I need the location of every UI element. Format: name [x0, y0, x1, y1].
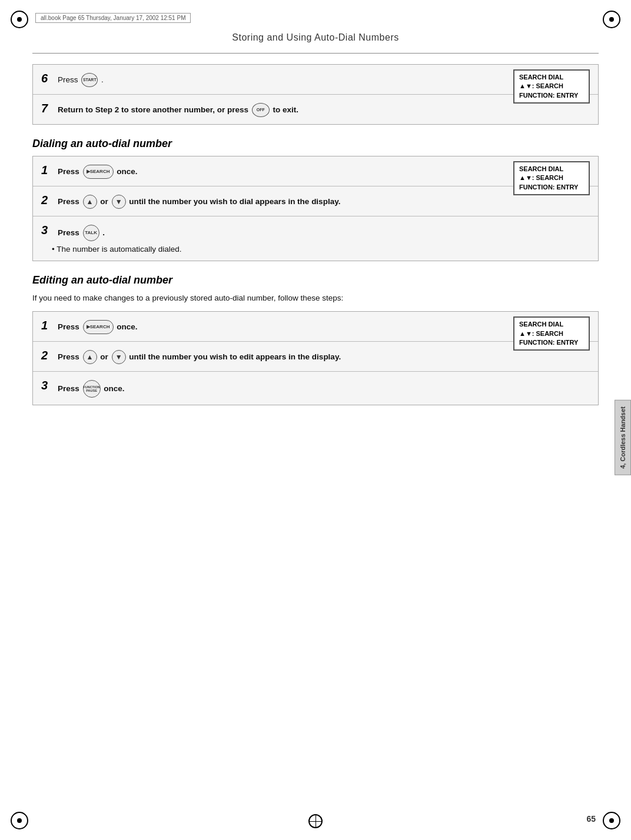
- dial-step2-content: Press ▲ or ▼ until the number you wish t…: [58, 194, 590, 209]
- page-number: 65: [586, 814, 596, 824]
- step7-content: Return to Step 2 to store another number…: [58, 102, 590, 117]
- top-separator: [32, 53, 599, 54]
- edit-step3-row: 3 Press FUNCTION PAUSE once.: [33, 372, 598, 405]
- dial-step1-row: 1 Press ▶SEARCH once. SEARCH DIAL ▲▼: SE…: [33, 156, 598, 186]
- corner-mark-tl: [11, 11, 28, 28]
- dial-step1-number: 1: [41, 164, 58, 177]
- dial-step1-text-after: once.: [117, 167, 137, 176]
- edit-step1-content: Press ▶SEARCH once.: [58, 319, 590, 334]
- search-button-label-1: ▶SEARCH: [87, 168, 110, 175]
- down-button-icon-1: ▼: [112, 195, 126, 209]
- search-button-label-2: ▶SEARCH: [87, 324, 110, 331]
- edit-step2-or: or: [100, 352, 110, 361]
- function-button-icon: FUNCTION PAUSE: [83, 380, 101, 398]
- search-button-icon-2: ▶SEARCH: [83, 320, 114, 334]
- dial-step3-number: 3: [41, 224, 58, 237]
- step7-text-after: to exit.: [273, 105, 299, 114]
- step6-text-before: Press: [58, 75, 78, 84]
- edit-step1-text-after: once.: [117, 322, 137, 331]
- step7-text: Return to Step 2 to store another number…: [58, 105, 251, 114]
- file-info: all.book Page 65 Thursday, January 17, 2…: [35, 13, 191, 23]
- section2-heading: Dialing an auto-dial number: [32, 138, 599, 150]
- edit-step3-text-before: Press: [58, 384, 82, 393]
- side-tab: 4, Cordless Handset: [615, 400, 631, 475]
- edit-step2-content: Press ▲ or ▼ until the number you wish t…: [58, 349, 590, 364]
- corner-mark-bl: [11, 812, 28, 829]
- up-button-icon-1: ▲: [83, 195, 97, 209]
- dial-step2-text: Press: [58, 197, 82, 206]
- lcd-edit1-line1: SEARCH DIAL: [519, 320, 584, 329]
- dial-step3-row: 3 Press TALK . The number is automatical…: [33, 216, 598, 261]
- page-header: Storing and Using Auto-Dial Numbers: [0, 32, 631, 43]
- step6-content: Press START .: [58, 72, 590, 87]
- off-button-icon: OFF: [252, 103, 270, 117]
- dial-step3-bullet: The number is automatically dialed.: [41, 245, 182, 254]
- function-button-label-bottom: PAUSE: [86, 389, 97, 392]
- up-button-icon-2: ▲: [83, 350, 97, 364]
- off-button-label: OFF: [257, 107, 265, 114]
- down-button-icon-2: ▼: [112, 350, 126, 364]
- edit-step2-number: 2: [41, 349, 58, 362]
- step7-row: 7 Return to Step 2 to store another numb…: [33, 95, 598, 124]
- edit-step1-number: 1: [41, 319, 58, 332]
- dial-step1-text-before: Press: [58, 167, 82, 176]
- edit-step3-text-after: once.: [104, 384, 124, 393]
- edit-step1-row: 1 Press ▶SEARCH once. SEARCH DIAL ▲▼: SE…: [33, 312, 598, 342]
- edit-step2-text-after: until the number you wish to edit appear…: [129, 352, 341, 361]
- section2-box: 1 Press ▶SEARCH once. SEARCH DIAL ▲▼: SE…: [32, 156, 599, 261]
- lcd-dial1-line1: SEARCH DIAL: [519, 165, 584, 174]
- dial-step1-content: Press ▶SEARCH once.: [58, 164, 590, 179]
- dial-step3-content: Press TALK .: [58, 224, 105, 241]
- edit-step1-text-before: Press: [58, 322, 82, 331]
- section3-intro: If you need to make changes to a previou…: [32, 292, 599, 304]
- section3-heading: Editing an auto-dial number: [32, 274, 599, 286]
- lcd6-line2: ▲▼: SEARCH: [519, 82, 584, 91]
- dial-step2-number: 2: [41, 194, 58, 207]
- edit-step2-row: 2 Press ▲ or ▼ until the number you wish…: [33, 342, 598, 372]
- corner-mark-tr: [603, 11, 620, 28]
- step6-text-after: .: [101, 75, 104, 84]
- edit-step3-number: 3: [41, 379, 58, 392]
- dial-step2-row: 2 Press ▲ or ▼ until the number you wish…: [33, 186, 598, 216]
- corner-mark-br: [603, 812, 620, 829]
- dial-step3-text-before: Press: [58, 228, 82, 237]
- lcd-edit1-line2: ▲▼: SEARCH: [519, 329, 584, 338]
- section3-box: 1 Press ▶SEARCH once. SEARCH DIAL ▲▼: SE…: [32, 311, 599, 405]
- section1-box: 6 Press START . SEARCH DIAL ▲▼: SEARCH F…: [32, 64, 599, 125]
- step7-number: 7: [41, 102, 58, 115]
- start-button-label: START: [83, 77, 97, 84]
- dial-step2-or: or: [100, 197, 110, 206]
- talk-button-icon: TALK: [83, 225, 99, 241]
- edit-step2-text: Press: [58, 352, 82, 361]
- lcd6-line1: SEARCH DIAL: [519, 73, 584, 82]
- dial-step2-text-after: until the number you wish to dial appear…: [129, 197, 340, 206]
- dial-step3-text-after: .: [102, 228, 105, 237]
- talk-button-label: TALK: [85, 229, 97, 236]
- bottom-crosshair: [308, 814, 323, 828]
- main-content: 6 Press START . SEARCH DIAL ▲▼: SEARCH F…: [32, 53, 599, 808]
- step6-row: 6 Press START . SEARCH DIAL ▲▼: SEARCH F…: [33, 65, 598, 95]
- lcd-dial1-line2: ▲▼: SEARCH: [519, 174, 584, 182]
- step6-number: 6: [41, 72, 58, 85]
- edit-step3-content: Press FUNCTION PAUSE once.: [58, 379, 590, 398]
- start-button-icon: START: [81, 73, 98, 87]
- search-button-icon-1: ▶SEARCH: [83, 165, 114, 179]
